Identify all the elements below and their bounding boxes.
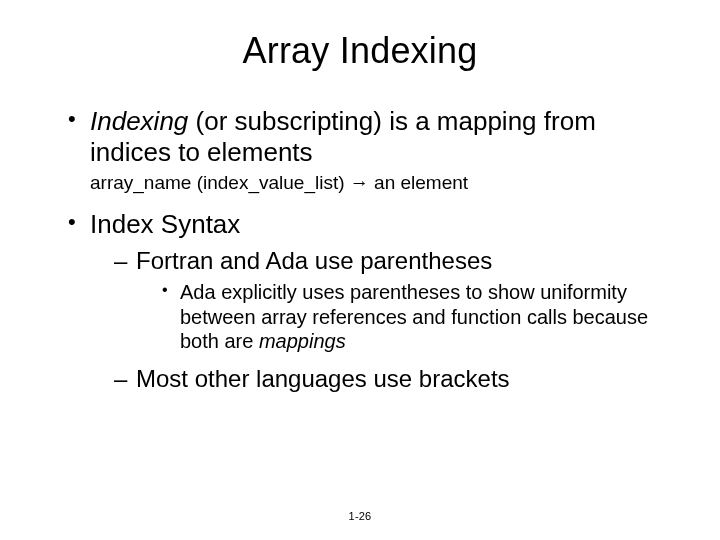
bullet-index-syntax-text: Index Syntax <box>90 209 240 239</box>
subbullet-other-languages: Most other languages use brackets <box>114 364 672 394</box>
arrow-icon: → <box>350 172 369 193</box>
subbullet-fortran-ada: Fortran and Ada use parentheses Ada expl… <box>114 246 672 354</box>
slide-number: 1-26 <box>0 510 720 522</box>
bullet-list-level3: Ada explicitly uses parentheses to show … <box>136 280 672 354</box>
note-post: an element <box>369 172 468 193</box>
slide-title: Array Indexing <box>48 30 672 72</box>
note-pre: array_name (index_value_list) <box>90 172 350 193</box>
bullet-list-level1: Indexing (or subscripting) is a mapping … <box>48 106 672 394</box>
bullet-indexing: Indexing (or subscripting) is a mapping … <box>68 106 672 195</box>
ada-text-pre: Ada explicitly uses parentheses to show … <box>180 281 648 353</box>
subsubbullet-ada-mappings: Ada explicitly uses parentheses to show … <box>162 280 672 354</box>
term-mappings: mappings <box>259 330 346 352</box>
slide: Array Indexing Indexing (or subscripting… <box>0 0 720 540</box>
subbullet-other-languages-text: Most other languages use brackets <box>136 365 510 392</box>
bullet-list-level2: Fortran and Ada use parentheses Ada expl… <box>90 246 672 394</box>
bullet-index-syntax: Index Syntax Fortran and Ada use parenth… <box>68 209 672 394</box>
term-indexing: Indexing <box>90 106 188 136</box>
mapping-note: array_name (index_value_list) → an eleme… <box>90 171 672 195</box>
subbullet-fortran-ada-text: Fortran and Ada use parentheses <box>136 247 492 274</box>
